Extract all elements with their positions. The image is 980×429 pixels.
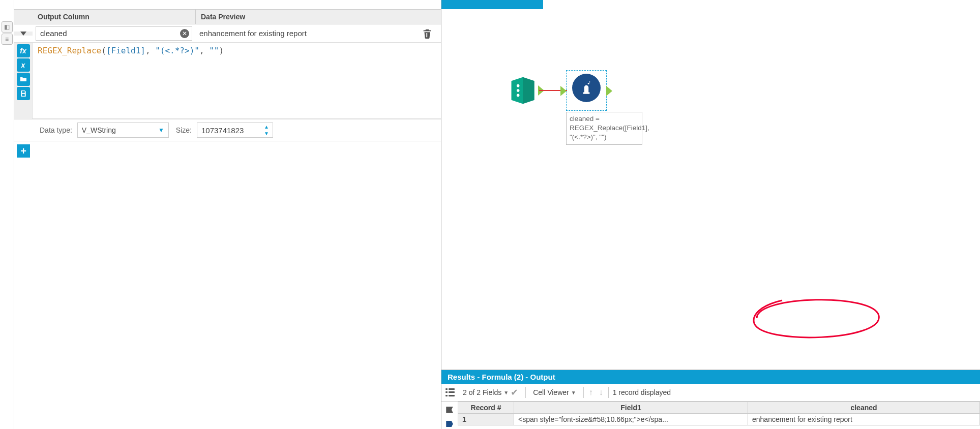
data-preview-text: enhancement for existing report [199, 29, 422, 38]
check-icon: ✔ [511, 387, 518, 398]
datatype-value: V_WString [82, 126, 116, 134]
size-spin-down-icon[interactable]: ▼ [262, 130, 271, 137]
cell-viewer-dropdown[interactable]: Cell Viewer ▼ [530, 387, 579, 397]
svg-point-2 [517, 94, 520, 97]
results-title: Results - Formula (2) - Output [441, 370, 980, 384]
svg-point-1 [517, 89, 520, 92]
size-label: Size: [169, 126, 197, 134]
list-view-icon[interactable] [446, 387, 456, 397]
cell-field1: <span style="font-size&#58;10.66px;">e</… [514, 414, 748, 425]
clear-output-icon[interactable]: ✕ [180, 29, 189, 38]
expr-arg1: "(<.*?>)" [155, 46, 199, 55]
formula-tool[interactable] [566, 70, 607, 111]
svg-point-4 [589, 81, 590, 82]
messages-icon[interactable] [444, 405, 455, 415]
active-tab[interactable] [441, 0, 543, 9]
results-toolbar: 2 of 2 Fields ▼ ✔ Cell Viewer ▼ ↑ ↓ 1 re… [441, 384, 980, 402]
strip-icon[interactable]: ≡ [2, 34, 13, 45]
header-data-preview: Data Preview [196, 13, 441, 21]
size-spin-up-icon[interactable]: ▲ [262, 124, 271, 130]
sort-up-icon[interactable]: ↑ [588, 388, 594, 397]
cell-record: 1 [458, 414, 514, 425]
svg-point-0 [517, 84, 520, 87]
input-anchor-icon[interactable] [560, 86, 567, 96]
expr-field: [Field1] [106, 46, 145, 55]
folder-icon[interactable] [17, 73, 30, 86]
expression-editor[interactable]: REGEX_Replace([Field1], "(<.*?>)", "") [33, 43, 441, 119]
output-column-input[interactable] [36, 26, 192, 41]
table-row[interactable]: 1 <span style="font-size&#58;10.66px;">e… [458, 414, 980, 425]
delete-expression-icon[interactable] [422, 27, 433, 40]
workflow-canvas[interactable]: cleaned = REGEX_Replace([Field1], "(<.*?… [441, 9, 980, 370]
save-icon[interactable] [17, 87, 30, 100]
col-field1[interactable]: Field1 [514, 402, 748, 414]
output-anchor-tab-icon[interactable] [444, 419, 455, 429]
fields-text: 2 of 2 Fields [463, 388, 501, 396]
expr-func: REGEX_Replace [38, 46, 101, 55]
configuration-panel: Output Column Data Preview ✕ enhancement… [14, 0, 441, 429]
chevron-down-icon: ▼ [571, 390, 576, 395]
results-panel: Results - Formula (2) - Output 2 of 2 Fi… [441, 370, 980, 429]
cell-viewer-text: Cell Viewer [533, 388, 569, 396]
expr-arg2: "" [209, 46, 219, 55]
chevron-down-icon: ▼ [503, 390, 509, 395]
output-anchor-icon[interactable] [606, 86, 612, 96]
datatype-select[interactable]: V_WString ▼ [77, 122, 169, 138]
results-table[interactable]: Record # Field1 cleaned 1 <span style="f… [458, 402, 980, 425]
strip-icon[interactable]: ◧ [2, 21, 13, 33]
svg-point-3 [588, 83, 589, 84]
chevron-down-icon: ▼ [158, 127, 164, 134]
sort-down-icon[interactable]: ↓ [598, 388, 604, 397]
collapse-caret-icon[interactable] [20, 32, 26, 36]
fx-functions-icon[interactable]: fx [17, 44, 30, 57]
cell-cleaned: enhancement for existing report [748, 414, 980, 425]
x-columns-icon[interactable]: x [17, 58, 30, 72]
canvas-tabstrip [441, 0, 980, 9]
records-displayed-text: 1 record displayed [613, 388, 671, 396]
col-cleaned[interactable]: cleaned [748, 402, 980, 414]
input-data-tool[interactable] [508, 75, 538, 106]
datatype-label: Data type: [33, 126, 77, 134]
left-tool-strip: ◧ ≡ [0, 0, 14, 429]
col-record[interactable]: Record # [458, 402, 514, 414]
fields-dropdown[interactable]: 2 of 2 Fields ▼ ✔ [460, 386, 521, 399]
header-output-column: Output Column [33, 13, 195, 21]
tool-annotation: cleaned = REGEX_Replace([Field1], "(<.*?… [566, 112, 642, 145]
add-expression-button[interactable]: + [17, 144, 30, 158]
